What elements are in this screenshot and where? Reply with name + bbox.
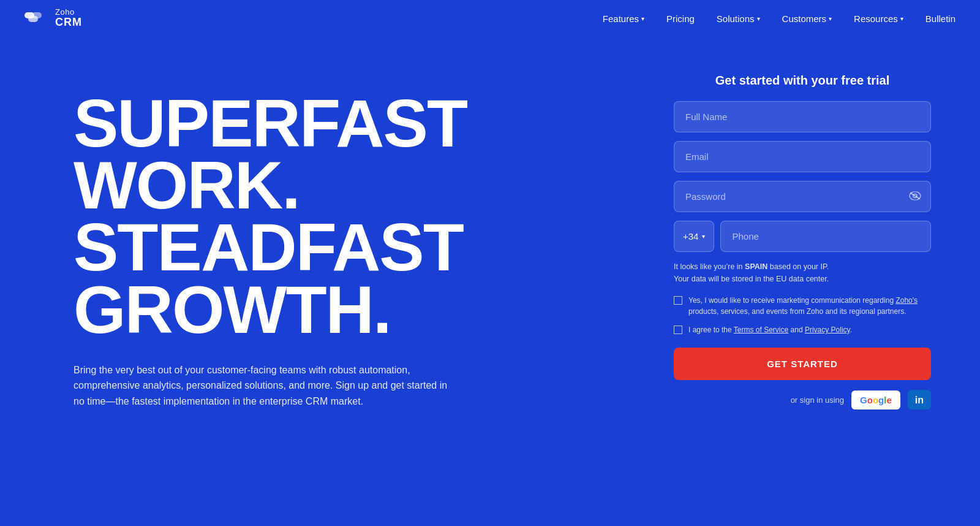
privacy-policy-link[interactable]: Privacy Policy bbox=[805, 326, 850, 334]
hero-title: SUPERFAST WORK. STEADFAST GROWTH. bbox=[74, 92, 637, 340]
full-name-field bbox=[674, 101, 931, 132]
logo[interactable]: Zoho CRM bbox=[24, 8, 82, 29]
marketing-checkbox-row: Yes, I would like to receive marketing c… bbox=[674, 295, 931, 317]
full-name-input[interactable] bbox=[674, 101, 931, 132]
nav-solutions[interactable]: Solutions ▾ bbox=[717, 13, 760, 24]
marketing-label: Yes, I would like to receive marketing c… bbox=[688, 295, 931, 317]
logo-zoho-text: Zoho bbox=[55, 8, 82, 17]
google-icon: Google bbox=[860, 395, 892, 405]
password-input[interactable] bbox=[674, 181, 931, 212]
svg-rect-2 bbox=[32, 12, 42, 18]
phone-input[interactable] bbox=[720, 221, 931, 252]
chevron-down-icon: ▾ bbox=[641, 15, 644, 22]
chevron-down-icon: ▾ bbox=[702, 233, 705, 240]
detected-country: SPAIN bbox=[745, 262, 767, 271]
tos-checkbox[interactable] bbox=[674, 326, 682, 334]
password-field bbox=[674, 181, 931, 212]
navbar: Zoho CRM Features ▾ Pricing Solutions ▾ … bbox=[0, 0, 980, 37]
tos-link[interactable]: Terms of Service bbox=[734, 326, 788, 334]
nav-links: Features ▾ Pricing Solutions ▾ Customers… bbox=[603, 13, 956, 24]
form-title: Get started with your free trial bbox=[674, 74, 931, 88]
nav-bulletin[interactable]: Bulletin bbox=[925, 13, 956, 24]
email-field bbox=[674, 141, 931, 172]
email-input[interactable] bbox=[674, 141, 931, 172]
chevron-down-icon: ▾ bbox=[829, 15, 832, 22]
social-signin-row: or sign in using Google in bbox=[674, 390, 931, 410]
linkedin-icon: in bbox=[915, 395, 924, 405]
tos-label: I agree to the Terms of Service and Priv… bbox=[688, 324, 852, 335]
hero-section: SUPERFAST WORK. STEADFAST GROWTH. Bring … bbox=[74, 74, 674, 410]
country-code-value: +34 bbox=[683, 231, 698, 242]
logo-crm-text: CRM bbox=[55, 17, 82, 29]
marketing-checkbox[interactable] bbox=[674, 296, 682, 305]
country-code-selector[interactable]: +34 ▾ bbox=[674, 221, 714, 252]
nav-resources[interactable]: Resources ▾ bbox=[854, 13, 903, 24]
nav-pricing[interactable]: Pricing bbox=[666, 13, 695, 24]
google-signin-button[interactable]: Google bbox=[851, 391, 900, 410]
nav-features[interactable]: Features ▾ bbox=[603, 13, 644, 24]
or-sign-in-text: or sign in using bbox=[791, 395, 844, 405]
toggle-password-icon[interactable] bbox=[909, 190, 921, 203]
chevron-down-icon: ▾ bbox=[757, 15, 760, 22]
chevron-down-icon: ▾ bbox=[900, 15, 903, 22]
zoho-crm-logo-icon bbox=[24, 10, 49, 27]
linkedin-signin-button[interactable]: in bbox=[908, 390, 931, 410]
nav-customers[interactable]: Customers ▾ bbox=[782, 13, 832, 24]
signup-form-panel: Get started with your free trial +34 ▾ bbox=[674, 74, 931, 410]
main-content: SUPERFAST WORK. STEADFAST GROWTH. Bring … bbox=[0, 37, 980, 526]
phone-row: +34 ▾ bbox=[674, 221, 931, 252]
location-info: It looks like you’re in SPAIN based on y… bbox=[674, 261, 931, 285]
tos-checkbox-row: I agree to the Terms of Service and Priv… bbox=[674, 324, 931, 335]
get-started-button[interactable]: GET STARTED bbox=[674, 348, 931, 380]
zoho-link[interactable]: Zoho's bbox=[895, 296, 918, 305]
hero-description: Bring the very best out of your customer… bbox=[74, 362, 453, 410]
